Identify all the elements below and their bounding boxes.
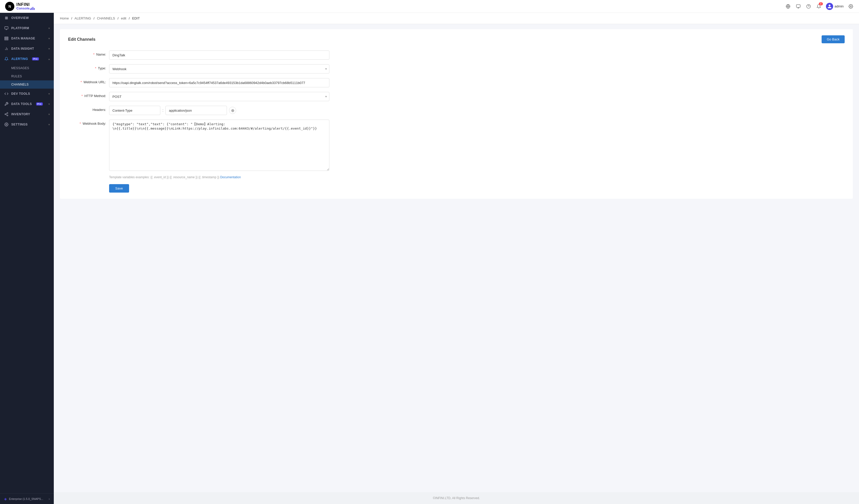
sidebar-item-alerting[interactable]: ALERTING Pro ▴: [0, 54, 54, 64]
type-row: * Type: Webhook Email Slack ▾: [68, 64, 845, 74]
svg-point-18: [5, 114, 6, 115]
http-method-row: * HTTP Method: POST GET PUT DELETE ▾: [68, 92, 845, 101]
http-method-select[interactable]: POST GET PUT DELETE: [109, 92, 329, 101]
headers-inputs: : ⊕: [109, 106, 236, 115]
form-card: Edit Channels Go Back * Name: * Type:: [60, 29, 853, 199]
headers-label: Headers:: [68, 106, 109, 112]
settings-icon[interactable]: [848, 3, 854, 10]
name-label: * Name:: [68, 50, 109, 56]
breadcrumb-alerting[interactable]: ALERTING: [75, 16, 91, 20]
dev-tools-icon: [4, 91, 9, 96]
sidebar-sub-channels[interactable]: CHANNELS: [0, 80, 54, 89]
inventory-icon: [4, 112, 9, 117]
breadcrumb-current: EDIT: [132, 16, 140, 20]
logo-icon: N: [5, 2, 14, 11]
enterprise-label: Enterprise (1.5.0_SNAPS...: [9, 497, 43, 500]
go-back-button[interactable]: Go Back: [822, 35, 845, 43]
sidebar-label-data-insight: DATA INSIGHT: [11, 47, 34, 50]
sidebar-item-overview[interactable]: ⊞ OVERVIEW: [0, 13, 54, 23]
settings-nav-icon: [4, 122, 9, 127]
page-content: Edit Channels Go Back * Name: * Type:: [54, 24, 859, 492]
data-tools-icon: [4, 102, 9, 106]
webhook-body-textarea[interactable]: {"msgtype": "text","text": {"content": "…: [109, 120, 329, 171]
settings-chevron: ▾: [48, 123, 50, 126]
svg-point-22: [6, 124, 7, 125]
svg-rect-8: [5, 27, 8, 29]
sidebar-item-inventory[interactable]: INVENTORY ▾: [0, 109, 54, 119]
sidebar-item-dev-tools[interactable]: DEV TOOLS ▾: [0, 89, 54, 99]
webhook-url-row: * Webhook URL:: [68, 78, 845, 87]
monitor-icon[interactable]: [795, 3, 801, 10]
logo-text: INFINI Console: [16, 3, 34, 10]
svg-point-19: [7, 115, 8, 116]
webhook-url-label: * Webhook URL:: [68, 78, 109, 84]
alerting-pro-badge: Pro: [32, 57, 39, 60]
top-header: N INFINI Console: [0, 0, 859, 13]
svg-rect-12: [5, 38, 8, 39]
svg-rect-2: [796, 5, 800, 7]
alerting-icon: [4, 57, 9, 61]
sidebar-label-settings: SETTINGS: [11, 123, 28, 126]
enterprise-chevron: ›: [49, 497, 50, 500]
sidebar-item-data-insight[interactable]: DATA INSIGHT ▾: [0, 44, 54, 54]
svg-rect-11: [5, 37, 8, 37]
data-manage-icon: [4, 36, 9, 41]
logo-console-text: Console: [16, 7, 34, 10]
enterprise-icon: ◈: [4, 497, 7, 501]
enterprise-item[interactable]: ◈ Enterprise (1.5.0_SNAPS... ›: [4, 497, 50, 501]
template-hint: Template variables examples: {{ .event_i…: [109, 175, 845, 179]
type-select[interactable]: Webhook Email Slack: [109, 64, 329, 74]
add-header-button[interactable]: ⊕: [229, 107, 236, 114]
svg-point-17: [7, 112, 8, 113]
sidebar: ⊞ OVERVIEW PLATFORM ▾: [0, 13, 54, 504]
notification-icon[interactable]: 9: [816, 3, 822, 10]
breadcrumb-channels[interactable]: CHANNELS: [97, 16, 115, 20]
webhook-url-input[interactable]: [109, 78, 329, 87]
svg-line-20: [6, 114, 7, 115]
sidebar-item-platform[interactable]: PLATFORM ▾: [0, 23, 54, 33]
sidebar-item-settings[interactable]: SETTINGS ▾: [0, 119, 54, 129]
headers-row: Headers: : ⊕: [68, 106, 845, 115]
platform-icon: [4, 26, 9, 30]
logo-infini-text: INFINI: [16, 3, 34, 7]
globe-icon[interactable]: [785, 3, 791, 10]
sidebar-label-data-tools: DATA TOOLS: [11, 102, 32, 106]
svg-rect-13: [5, 39, 8, 40]
breadcrumb-home[interactable]: Home: [60, 16, 69, 20]
notification-badge: 9: [819, 2, 823, 5]
admin-name: admin: [835, 4, 844, 8]
svg-line-21: [6, 113, 7, 114]
name-row: * Name:: [68, 50, 845, 60]
documentation-link[interactable]: Documentation: [220, 175, 241, 179]
save-button[interactable]: Save: [109, 184, 129, 193]
card-header: Edit Channels Go Back: [68, 35, 845, 43]
inventory-chevron: ▾: [48, 113, 50, 116]
sidebar-item-data-manage[interactable]: DATA MANAGE ▾: [0, 33, 54, 44]
header-key-input[interactable]: [109, 106, 160, 115]
header-right: 9 admin: [785, 3, 854, 10]
http-method-label: * HTTP Method:: [68, 92, 109, 98]
admin-area[interactable]: admin: [826, 3, 844, 10]
name-input[interactable]: [109, 50, 329, 60]
sidebar-label-data-manage: DATA MANAGE: [11, 36, 35, 40]
help-icon[interactable]: [805, 3, 812, 10]
svg-point-7: [850, 6, 852, 7]
header-value-input[interactable]: [165, 106, 227, 115]
alerting-chevron: ▴: [48, 58, 50, 60]
footer: ©INFINI.LTD, All Rights Reserved.: [54, 492, 859, 504]
dev-tools-chevron: ▾: [48, 92, 50, 95]
logo-bars: [30, 7, 34, 10]
breadcrumb-edit[interactable]: edit: [121, 16, 126, 20]
sidebar-label-platform: PLATFORM: [11, 26, 29, 30]
overview-icon: ⊞: [4, 16, 9, 20]
data-insight-icon: [4, 46, 9, 51]
sidebar-label-dev-tools: DEV TOOLS: [11, 92, 30, 95]
page-title: Edit Channels: [68, 37, 95, 42]
main-layout: ⊞ OVERVIEW PLATFORM ▾: [0, 13, 859, 504]
sidebar-item-data-tools[interactable]: DATA TOOLS Pro ▾: [0, 99, 54, 109]
breadcrumb: Home / ALERTING / CHANNELS / edit / EDIT: [54, 13, 859, 24]
sidebar-sub-messages[interactable]: MESSAGES: [0, 64, 54, 72]
sidebar-sub-rules[interactable]: RULES: [0, 72, 54, 80]
webhook-body-row: * Webhook Body: {"msgtype": "text","text…: [68, 120, 845, 171]
data-tools-pro-badge: Pro: [36, 103, 43, 106]
